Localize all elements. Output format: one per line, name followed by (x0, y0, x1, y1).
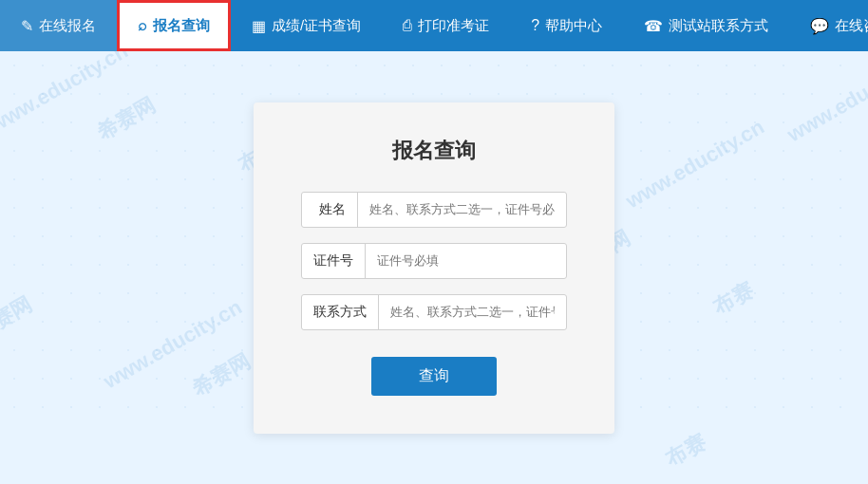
field-label-contact: 联系方式 (302, 304, 378, 321)
nav-item-online-consult[interactable]: 💬在线咨询 (789, 0, 868, 51)
field-label-id-card: 证件号 (302, 252, 365, 270)
nav-label-online-consult: 在线咨询 (835, 17, 868, 35)
form-row-id-card: 证件号 (301, 243, 567, 279)
nav-item-test-site[interactable]: ☎测试站联系方式 (623, 0, 789, 51)
form-title: 报名查询 (301, 137, 567, 165)
field-input-contact[interactable] (379, 296, 566, 327)
nav-icon-online-consult: 💬 (810, 17, 829, 35)
nav-icon-query-register: ⌕ (138, 17, 147, 34)
form-card: 报名查询 姓名证件号联系方式 查询 (254, 102, 614, 434)
nav-item-query-register[interactable]: ⌕报名查询 (117, 0, 231, 51)
field-label-name: 姓名 (302, 201, 357, 218)
form-row-contact: 联系方式 (301, 294, 567, 330)
nav-icon-print-ticket: ⎙ (403, 17, 412, 34)
form-row-name: 姓名 (301, 192, 567, 228)
nav-label-print-ticket: 打印准考证 (418, 17, 489, 35)
nav-label-test-site: 测试站联系方式 (669, 17, 768, 35)
nav-label-help-center: 帮助中心 (545, 17, 602, 35)
navbar: ✎在线报名⌕报名查询▦成绩/证书查询⎙打印准考证?帮助中心☎测试站联系方式💬在线… (0, 0, 868, 51)
nav-item-score-cert[interactable]: ▦成绩/证书查询 (231, 0, 382, 51)
nav-item-online-register[interactable]: ✎在线报名 (0, 0, 117, 51)
nav-item-print-ticket[interactable]: ⎙打印准考证 (382, 0, 510, 51)
submit-button[interactable]: 查询 (371, 357, 497, 396)
field-input-id-card[interactable] (366, 245, 566, 276)
nav-label-query-register: 报名查询 (153, 17, 210, 35)
nav-item-help-center[interactable]: ?帮助中心 (510, 0, 623, 51)
nav-label-online-register: 在线报名 (39, 17, 96, 35)
main-content: 报名查询 姓名证件号联系方式 查询 (0, 51, 868, 484)
nav-icon-score-cert: ▦ (252, 17, 266, 35)
nav-label-score-cert: 成绩/证书查询 (272, 17, 361, 35)
nav-icon-test-site: ☎ (644, 17, 663, 35)
submit-row: 查询 (301, 357, 567, 396)
nav-icon-online-register: ✎ (21, 17, 33, 35)
form-fields: 姓名证件号联系方式 (301, 192, 567, 330)
nav-icon-help-center: ? (531, 17, 539, 34)
field-input-name[interactable] (358, 194, 566, 225)
